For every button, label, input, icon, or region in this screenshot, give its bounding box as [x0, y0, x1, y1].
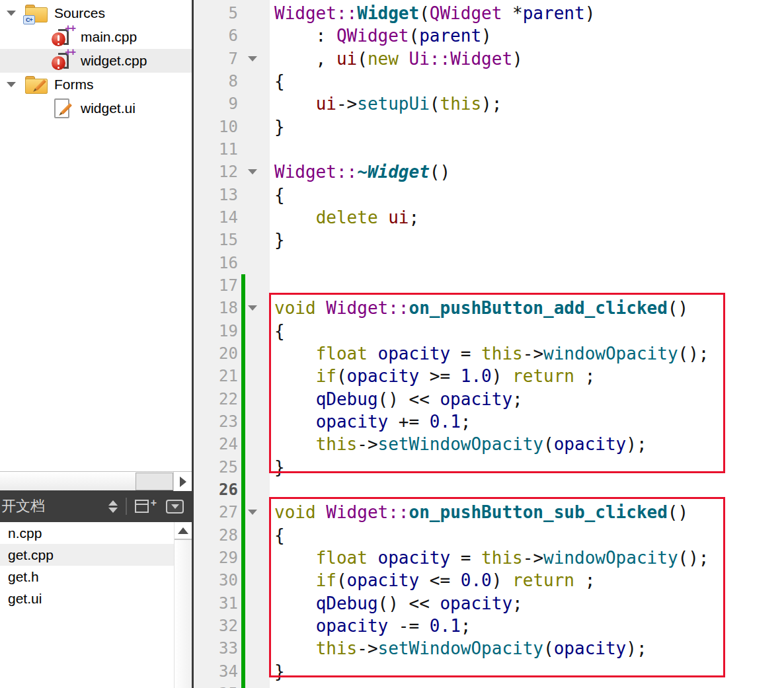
gutter-row[interactable]: 33	[194, 637, 270, 660]
modified-line-indicator	[241, 456, 245, 478]
gutter-row[interactable]: 30	[194, 569, 270, 592]
gutter-row[interactable]: 22	[194, 388, 270, 410]
code-line[interactable]: if(opacity <= 0.0) return ;	[270, 569, 784, 592]
code-line[interactable]	[270, 274, 784, 297]
code-line[interactable]: float opacity = this->windowOpacity();	[270, 342, 784, 365]
gutter-row[interactable]: 16	[194, 252, 270, 274]
gutter-row[interactable]: 6	[194, 24, 270, 47]
gutter-row[interactable]: 7	[194, 48, 270, 70]
gutter-row[interactable]: 20	[194, 342, 270, 365]
documents-vertical-scrollbar[interactable]	[174, 522, 192, 688]
gutter-row[interactable]: 25	[194, 456, 270, 478]
code-line[interactable]: {	[270, 184, 784, 206]
tree-item-widget-ui[interactable]: widget.ui	[0, 96, 192, 120]
gutter-row[interactable]: 28	[194, 524, 270, 547]
code-token	[368, 548, 378, 568]
line-number: 19	[194, 320, 270, 342]
fold-marker-icon[interactable]	[248, 56, 257, 61]
code-line[interactable]	[270, 478, 784, 501]
code-token: float	[316, 344, 368, 363]
scrollbar-thumb[interactable]	[136, 473, 173, 490]
open-document-item[interactable]: get.ui	[0, 588, 174, 609]
line-number: 7	[194, 48, 270, 70]
code-line[interactable]: : QWidget(parent)	[270, 24, 784, 47]
tree-horizontal-scrollbar[interactable]	[0, 471, 192, 490]
gutter-row[interactable]: 23	[194, 410, 270, 433]
code-line[interactable]: {	[270, 524, 784, 547]
sort-arrows-icon[interactable]	[108, 500, 118, 513]
gutter-row[interactable]: 19	[194, 320, 270, 342]
code-line[interactable]: {	[270, 70, 784, 93]
code-line[interactable]: void Widget::on_pushButton_add_clicked()	[270, 297, 784, 319]
code-line[interactable]: this->setWindowOpacity(opacity);	[270, 637, 784, 660]
code-line[interactable]: qDebug() << opacity;	[270, 388, 784, 410]
code-line[interactable]: }	[270, 229, 784, 251]
code-token: (	[543, 434, 554, 454]
editor-code-area[interactable]: Widget::Widget(QWidget *parent) : QWidge…	[270, 0, 784, 688]
code-line[interactable]: void Widget::on_pushButton_sub_clicked()	[270, 501, 784, 523]
tree-item-main-cpp[interactable]: ++ main.cpp	[0, 25, 192, 49]
gutter-row[interactable]: 12	[194, 161, 270, 183]
code-line[interactable]: ui->setupUi(this);	[270, 93, 784, 115]
code-line[interactable]: if(opacity >= 1.0) return ;	[270, 365, 784, 387]
gutter-row[interactable]: 13	[194, 184, 270, 206]
code-line[interactable]: float opacity = this->windowOpacity();	[270, 547, 784, 569]
code-line[interactable]: qDebug() << opacity;	[270, 592, 784, 615]
open-document-item[interactable]: get.h	[0, 566, 174, 588]
tree-item-sources[interactable]: C+ Sources	[0, 1, 192, 25]
code-editor[interactable]: 5678910111213141516171819202122232425262…	[194, 0, 784, 688]
code-token: this	[481, 344, 523, 363]
open-document-item[interactable]: get.cpp	[0, 544, 174, 566]
expand-arrow-icon[interactable]	[7, 11, 16, 16]
gutter-row[interactable]: 17	[194, 274, 270, 297]
gutter-row[interactable]: 34	[194, 660, 270, 683]
tree-item-widget-cpp[interactable]: ++ widget.cpp	[0, 49, 192, 73]
code-line[interactable]: this->setWindowOpacity(opacity);	[270, 433, 784, 455]
gutter-row[interactable]: 31	[194, 592, 270, 615]
line-number: 22	[194, 388, 270, 410]
code-line[interactable]	[270, 252, 784, 274]
code-line[interactable]: {	[270, 320, 784, 342]
code-line[interactable]: Widget::~Widget()	[270, 161, 784, 183]
code-token: ;	[574, 570, 595, 590]
scroll-right-button[interactable]	[173, 472, 192, 491]
gutter-row[interactable]: 32	[194, 615, 270, 637]
expand-arrow-icon[interactable]	[7, 82, 16, 87]
code-line[interactable]: opacity += 0.1;	[270, 410, 784, 433]
gutter-row[interactable]: 10	[194, 116, 270, 138]
gutter-row[interactable]: 14	[194, 206, 270, 229]
code-line[interactable]	[270, 138, 784, 161]
open-document-item[interactable]: n.cpp	[0, 522, 174, 544]
gutter-row[interactable]: 5	[194, 2, 270, 24]
modified-line-indicator	[241, 637, 245, 660]
code-line[interactable]: }	[270, 116, 784, 138]
code-line[interactable]: }	[270, 660, 784, 683]
code-line[interactable]	[270, 683, 784, 688]
modified-line-indicator	[241, 547, 245, 569]
code-token: QWidget	[430, 3, 502, 23]
gutter-row[interactable]: 24	[194, 433, 270, 455]
code-line[interactable]: }	[270, 456, 784, 478]
gutter-row[interactable]: 27	[194, 501, 270, 523]
scroll-up-button[interactable]	[175, 522, 192, 540]
gutter-row[interactable]: 8	[194, 70, 270, 93]
split-view-icon[interactable]	[135, 500, 149, 513]
gutter-row[interactable]: 29	[194, 547, 270, 569]
code-line[interactable]: Widget::Widget(QWidget *parent)	[270, 2, 784, 24]
tree-item-forms[interactable]: Forms	[0, 73, 192, 96]
fold-marker-icon[interactable]	[248, 169, 257, 174]
code-line[interactable]: opacity -= 0.1;	[270, 615, 784, 637]
gutter-row[interactable]: 15	[194, 229, 270, 251]
gutter-row[interactable]: 35	[194, 683, 270, 688]
code-token: );	[626, 434, 647, 454]
dropdown-list-icon[interactable]	[166, 500, 184, 514]
code-line[interactable]: delete ui;	[270, 206, 784, 229]
gutter-row[interactable]: 21	[194, 365, 270, 387]
gutter-row[interactable]: 18	[194, 297, 270, 319]
gutter-row[interactable]: 11	[194, 138, 270, 161]
fold-marker-icon[interactable]	[248, 305, 257, 311]
gutter-row[interactable]: 9	[194, 93, 270, 115]
code-line[interactable]: , ui(new Ui::Widget)	[270, 48, 784, 70]
gutter-row[interactable]: 26	[194, 478, 270, 501]
fold-marker-icon[interactable]	[248, 510, 257, 515]
